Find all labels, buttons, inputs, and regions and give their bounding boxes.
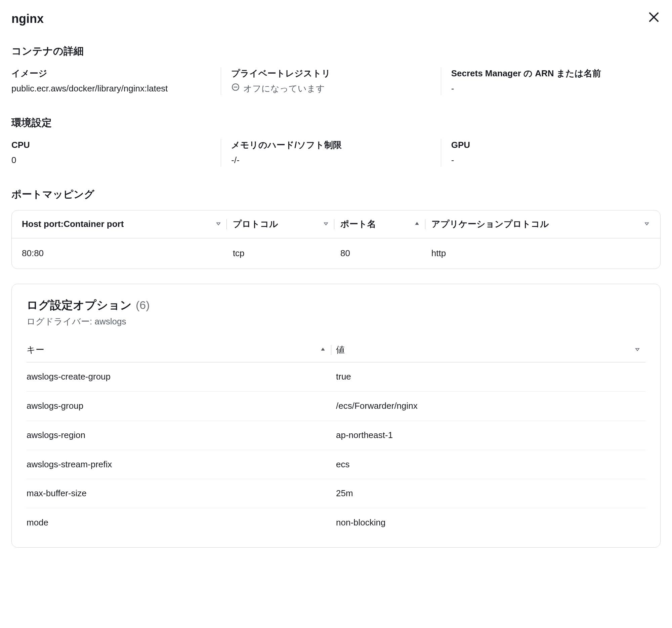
sort-desc-icon [322,218,329,231]
cpu-value: 0 [11,154,211,167]
secrets-value: - [451,83,650,95]
port-mapping-panel: Host port:Container port プロトコル [11,210,661,269]
log-key: max-buffer-size [27,479,336,508]
cell-port-name: 80 [340,238,431,269]
sort-desc-icon [634,344,641,356]
log-driver-value: awslogs [94,316,126,326]
image-label: イメージ [11,67,211,80]
table-row: awslogs-group/ecs/Forwarder/nginx [27,392,645,421]
page-title: nginx [11,10,44,28]
port-mapping-heading: ポートマッピング [11,187,661,202]
container-details-heading: コンテナの詳細 [11,44,661,59]
col-protocol[interactable]: プロトコル [233,210,340,238]
private-registry-status: オフになっています [243,83,325,95]
log-value: true [336,363,645,392]
secrets-label: Secrets Manager の ARN または名前 [451,67,650,80]
close-icon [647,16,661,26]
col-port-name-label: ポート名 [340,218,376,231]
col-app-protocol[interactable]: アプリケーションプロトコル [431,210,660,238]
sort-desc-icon [644,218,650,231]
log-key: awslogs-create-group [27,363,336,392]
table-row: awslogs-stream-prefixecs [27,450,645,479]
log-col-value[interactable]: 値 [336,338,645,363]
gpu-label: GPU [451,139,650,152]
log-value: non-blocking [336,508,645,537]
log-key: awslogs-region [27,421,336,450]
log-key: mode [27,508,336,537]
col-protocol-label: プロトコル [233,218,278,231]
log-col-key-label: キー [27,344,44,356]
sort-asc-icon [414,218,420,231]
log-value: 25m [336,479,645,508]
close-button[interactable] [647,10,661,28]
env-heading: 環境設定 [11,115,661,130]
log-options-panel: ログ設定オプション (6) ログドライバー: awslogs キー [11,284,661,548]
log-key: awslogs-group [27,392,336,421]
env-grid: CPU 0 メモリのハード/ソフト制限 -/- GPU - [11,139,661,167]
table-row: awslogs-create-grouptrue [27,363,645,392]
log-value: /ecs/Forwarder/nginx [336,392,645,421]
gpu-value: - [451,154,650,167]
log-value: ap-northeast-1 [336,421,645,450]
memory-label: メモリのハード/ソフト制限 [231,139,430,152]
log-col-key[interactable]: キー [27,338,336,363]
table-row: modenon-blocking [27,508,645,537]
image-value: public.ecr.aws/docker/library/nginx:late… [11,83,211,95]
log-value: ecs [336,450,645,479]
log-options-table: キー 値 [27,338,645,537]
col-host-container[interactable]: Host port:Container port [12,210,233,238]
cell-host-container: 80:80 [12,238,233,269]
sort-asc-icon [319,344,326,356]
table-row: max-buffer-size25m [27,479,645,508]
port-mapping-table: Host port:Container port プロトコル [12,210,660,268]
cell-app-protocol: http [431,238,660,269]
log-key: awslogs-stream-prefix [27,450,336,479]
container-details-grid: イメージ public.ecr.aws/docker/library/nginx… [11,67,661,95]
log-options-title: ログ設定オプション [27,297,132,313]
sort-desc-icon [215,218,222,231]
log-options-count: (6) [136,297,150,313]
col-port-name[interactable]: ポート名 [340,210,431,238]
log-col-value-label: 値 [336,344,345,356]
cpu-label: CPU [11,139,211,152]
table-row: 80:80 tcp 80 http [12,238,660,269]
table-row: awslogs-regionap-northeast-1 [27,421,645,450]
disabled-icon [231,83,240,95]
private-registry-label: プライベートレジストリ [231,67,430,80]
col-app-protocol-label: アプリケーションプロトコル [431,218,549,231]
col-host-container-label: Host port:Container port [22,218,124,231]
cell-protocol: tcp [233,238,340,269]
memory-value: -/- [231,154,430,167]
log-driver-label: ログドライバー: [27,316,92,326]
